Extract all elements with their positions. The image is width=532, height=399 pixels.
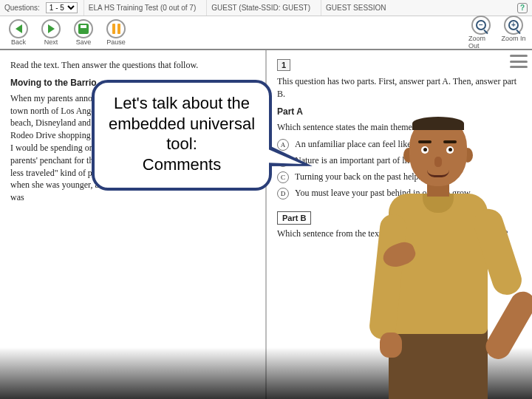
question-stem: This question has two parts. First, answ… (277, 75, 522, 100)
next-label: Next (44, 38, 58, 46)
zoom-out-icon: − (476, 20, 486, 30)
pause-button[interactable]: Pause (103, 19, 129, 46)
arrow-left-icon (16, 24, 22, 33)
back-label: Back (11, 38, 26, 46)
save-label: Save (76, 38, 92, 46)
bubble-line: Let's talk about the (106, 93, 257, 114)
next-button[interactable]: Next (38, 19, 64, 46)
pause-label: Pause (106, 38, 126, 46)
zoom-in-label: Zoom In (501, 35, 525, 42)
session-label: GUEST SESSION (321, 0, 391, 16)
help-button[interactable]: ? (517, 3, 528, 13)
bubble-line: Comments (106, 154, 257, 175)
zoom-out-button[interactable]: − Zoom Out (468, 16, 494, 50)
speech-bubble: Let's talk about the embedded universal … (92, 80, 272, 191)
zoom-in-button[interactable]: + Zoom In (501, 16, 526, 50)
test-title: ELA HS Training Test (0 out of 7) (83, 0, 200, 16)
arrow-right-icon (48, 24, 55, 33)
questions-dropdown[interactable]: 1 - 5 (46, 2, 78, 13)
passage-intro: Read the text. Then answer the questions… (10, 59, 255, 72)
questions-label: Questions: (4, 4, 40, 12)
zoom-out-label: Zoom Out (468, 35, 494, 50)
zoom-in-icon: + (508, 20, 519, 30)
guest-info: GUEST (State-SSID: GUEST) (206, 0, 315, 16)
back-button[interactable]: Back (6, 19, 31, 46)
save-button[interactable]: Save (71, 19, 96, 46)
top-info-bar: Questions: 1 - 5 ELA HS Training Test (0… (0, 0, 532, 16)
option-letter: C (277, 171, 289, 183)
presenter-character (344, 103, 522, 399)
option-letter: D (277, 188, 289, 200)
part-b-label: Part B (277, 211, 311, 225)
bubble-line: tool: (106, 134, 257, 154)
pause-icon (112, 24, 120, 34)
context-menu-icon[interactable] (510, 55, 528, 68)
save-icon (78, 24, 89, 34)
bubble-line: embedded universal (106, 114, 257, 134)
question-number: 1 (277, 59, 290, 71)
toolbar: Back Next Save Pause − Zoom Out + Zoom I… (0, 16, 532, 50)
